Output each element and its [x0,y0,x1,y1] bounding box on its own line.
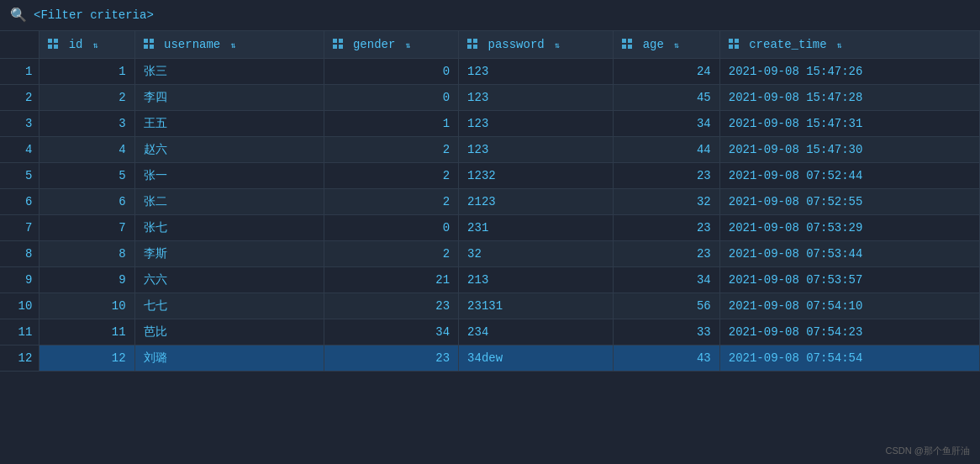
svg-rect-14 [467,45,472,49]
table-row[interactable]: 1010七七2323131562021-09-08 07:54:10 [0,293,980,319]
table-row[interactable]: 55张一21232232021-09-08 07:52:44 [0,163,980,189]
cell-createtime: 2021-09-08 07:54:54 [719,345,979,372]
cell-username: 张二 [134,189,324,215]
data-table: id ⇅ username ⇅ [0,31,980,372]
table-row[interactable]: 99六六21213342021-09-08 07:53:57 [0,267,980,293]
col-header-username[interactable]: username ⇅ [134,31,324,59]
col-header-password[interactable]: password ⇅ [459,31,614,59]
table-row[interactable]: 88李斯232232021-09-08 07:53:44 [0,241,980,267]
svg-rect-9 [339,39,343,43]
svg-rect-12 [467,39,472,43]
cell-password: 2123 [459,189,614,215]
cell-username: 李四 [134,85,324,111]
cell-username: 六六 [134,267,324,293]
table-row[interactable]: 1212刘璐2334dew432021-09-08 07:54:54 [0,345,980,372]
filter-criteria-text[interactable]: <Filter criteria> [34,8,154,22]
cell-rownum: 2 [0,85,40,111]
cell-username: 张三 [134,59,324,85]
col-header-age[interactable]: age ⇅ [614,31,719,59]
svg-rect-16 [622,39,626,43]
cell-createtime: 2021-09-08 15:47:26 [719,59,979,85]
svg-rect-20 [729,39,733,43]
svg-rect-8 [333,39,337,43]
col-header-id[interactable]: id ⇅ [40,31,134,59]
cell-gender: 2 [324,241,459,267]
col-header-createtime[interactable]: create_time ⇅ [719,31,979,59]
cell-gender: 21 [324,267,459,293]
cell-createtime: 2021-09-08 15:47:28 [719,85,979,111]
cell-age: 34 [614,111,719,137]
main-container: 🔍 <Filter criteria> id ⇅ [0,0,980,464]
cell-username: 芭比 [134,319,324,345]
cell-gender: 34 [324,319,459,345]
svg-rect-3 [54,45,58,49]
col-label-password: password [488,38,545,51]
sort-icon-createtime[interactable]: ⇅ [837,41,842,50]
svg-rect-0 [48,39,52,43]
grid-icon-id [48,39,59,50]
table-row[interactable]: 44赵六2123442021-09-08 15:47:30 [0,137,980,163]
col-header-gender[interactable]: gender ⇅ [324,31,459,59]
svg-rect-19 [628,45,632,49]
cell-rownum: 11 [0,319,40,345]
table-wrapper[interactable]: id ⇅ username ⇅ [0,31,980,464]
cell-id: 2 [40,85,134,111]
cell-age: 45 [614,85,719,111]
cell-username: 七七 [134,293,324,319]
grid-icon-username [144,39,155,50]
table-row[interactable]: 77张七0231232021-09-08 07:53:29 [0,215,980,241]
cell-gender: 2 [324,163,459,189]
svg-rect-23 [735,45,739,49]
table-row[interactable]: 1111芭比34234332021-09-08 07:54:23 [0,319,980,345]
cell-age: 24 [614,59,719,85]
svg-rect-22 [729,45,733,49]
table-row[interactable]: 11张三0123242021-09-08 15:47:26 [0,59,980,85]
table-row[interactable]: 66张二22123322021-09-08 07:52:55 [0,189,980,215]
cell-rownum: 5 [0,163,40,189]
cell-id: 10 [40,293,134,319]
sort-icon-password[interactable]: ⇅ [555,41,560,50]
cell-username: 李斯 [134,241,324,267]
cell-gender: 2 [324,137,459,163]
cell-age: 23 [614,163,719,189]
cell-age: 43 [614,345,719,372]
sort-icon-id[interactable]: ⇅ [93,41,98,50]
cell-rownum: 10 [0,293,40,319]
cell-id: 6 [40,189,134,215]
sort-icon-age[interactable]: ⇅ [674,41,679,50]
cell-createtime: 2021-09-08 07:52:55 [719,189,979,215]
table-header-row: id ⇅ username ⇅ [0,31,980,59]
cell-createtime: 2021-09-08 07:53:44 [719,241,979,267]
watermark: CSDN @那个鱼肝油 [886,445,970,457]
cell-rownum: 1 [0,59,40,85]
cell-username: 张一 [134,163,324,189]
cell-gender: 0 [324,85,459,111]
cell-password: 234 [459,319,614,345]
cell-age: 23 [614,241,719,267]
cell-rownum: 7 [0,215,40,241]
cell-password: 34dew [459,345,614,372]
table-row[interactable]: 22李四0123452021-09-08 15:47:28 [0,85,980,111]
cell-password: 32 [459,241,614,267]
cell-password: 231 [459,215,614,241]
cell-password: 123 [459,59,614,85]
cell-createtime: 2021-09-08 07:53:29 [719,215,979,241]
cell-password: 1232 [459,163,614,189]
cell-username: 赵六 [134,137,324,163]
svg-rect-10 [333,45,337,49]
svg-rect-17 [628,39,632,43]
cell-id: 1 [40,59,134,85]
col-label-gender: gender [353,38,395,51]
table-row[interactable]: 33王五1123342021-09-08 15:47:31 [0,111,980,137]
sort-icon-gender[interactable]: ⇅ [406,41,411,50]
cell-rownum: 9 [0,267,40,293]
cell-id: 8 [40,241,134,267]
sort-icon-username[interactable]: ⇅ [231,41,236,50]
cell-password: 213 [459,267,614,293]
cell-rownum: 6 [0,189,40,215]
cell-age: 33 [614,319,719,345]
grid-icon-createtime [729,39,740,50]
svg-rect-18 [622,45,626,49]
cell-username: 张七 [134,215,324,241]
cell-gender: 23 [324,345,459,372]
